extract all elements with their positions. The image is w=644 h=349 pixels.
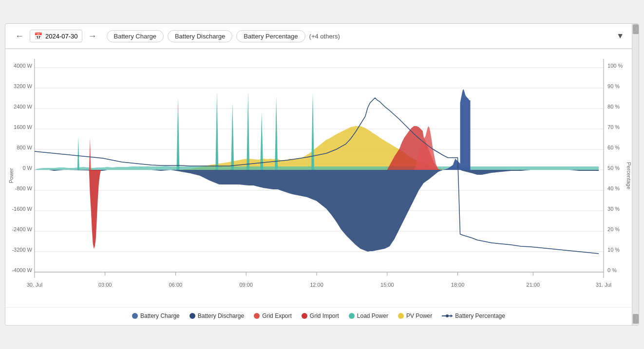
svg-text:4000 W: 4000 W — [14, 63, 32, 69]
svg-text:06:00: 06:00 — [169, 282, 182, 288]
svg-text:09:00: 09:00 — [239, 282, 252, 288]
legend-dot-battery-discharge — [189, 313, 195, 319]
svg-text:10 %: 10 % — [607, 247, 620, 253]
date-value: 2024-07-30 — [45, 33, 78, 40]
legend-dot-grid-export — [254, 313, 260, 319]
svg-text:70 %: 70 % — [607, 124, 620, 130]
svg-text:30. Jul: 30. Jul — [27, 282, 42, 288]
svg-text:-800 W: -800 W — [15, 185, 33, 191]
scrollbar-thumb-top[interactable] — [633, 24, 639, 34]
svg-text:800 W: 800 W — [17, 145, 32, 150]
svg-text:80 %: 80 % — [607, 104, 620, 110]
legend-label-grid-export: Grid Export — [262, 312, 292, 319]
svg-text:0 W: 0 W — [22, 165, 32, 171]
chart-container: 4000 W 3200 W 2400 W 1600 W 800 W 0 W -8… — [5, 49, 632, 325]
legend-battery-discharge: Battery Discharge — [189, 312, 244, 319]
legend-dot-grid-import — [302, 313, 307, 319]
legend-grid-import: Grid Import — [302, 312, 339, 319]
svg-text:50 %: 50 % — [607, 165, 620, 171]
scrollbar[interactable] — [632, 24, 639, 325]
legend-load-power: Load Power — [349, 312, 388, 319]
svg-text:30 %: 30 % — [607, 206, 620, 212]
tag-battery-discharge[interactable]: Battery Discharge — [168, 30, 232, 42]
chart-legend: Battery Charge Battery Discharge Grid Ex… — [5, 307, 632, 325]
legend-label-pv-power: PV Power — [406, 312, 432, 319]
legend-dot-load-power — [349, 313, 355, 319]
svg-text:2400 W: 2400 W — [14, 104, 32, 110]
legend-dot-pv-power — [398, 313, 404, 319]
others-button[interactable]: (+4 others) — [309, 33, 340, 40]
svg-text:-1600 W: -1600 W — [12, 206, 32, 212]
svg-text:1600 W: 1600 W — [14, 124, 32, 130]
legend-battery-charge: Battery Charge — [132, 312, 180, 319]
svg-text:3200 W: 3200 W — [14, 83, 32, 89]
svg-text:100 %: 100 % — [607, 63, 623, 69]
svg-text:-4000 W: -4000 W — [12, 267, 32, 273]
legend-battery-percentage: Battery Percentage — [442, 312, 505, 319]
svg-text:18:00: 18:00 — [451, 282, 464, 288]
svg-text:40 %: 40 % — [607, 185, 620, 191]
next-date-button[interactable]: → — [86, 30, 99, 42]
legend-label-grid-import: Grid Import — [310, 312, 339, 319]
svg-text:20 %: 20 % — [607, 226, 620, 232]
chart-svg-area: 4000 W 3200 W 2400 W 1600 W 800 W 0 W -8… — [5, 54, 632, 307]
tag-battery-percentage[interactable]: Battery Percentage — [236, 30, 305, 42]
date-picker[interactable]: 📅 2024-07-30 — [30, 30, 82, 42]
svg-text:12:00: 12:00 — [310, 282, 323, 288]
svg-text:21:00: 21:00 — [527, 282, 540, 288]
date-nav: ← 📅 2024-07-30 → — [13, 30, 99, 42]
svg-text:03:00: 03:00 — [98, 282, 112, 288]
svg-text:31. Jul: 31. Jul — [596, 282, 611, 288]
scrollbar-thumb-bottom[interactable] — [633, 314, 639, 324]
main-window: ← 📅 2024-07-30 → Battery Charge Battery … — [5, 23, 639, 326]
legend-label-battery-percentage: Battery Percentage — [455, 312, 505, 319]
legend-pv-power: PV Power — [398, 312, 432, 319]
legend-label-battery-charge: Battery Charge — [140, 312, 180, 319]
dropdown-icon[interactable]: ▼ — [616, 32, 624, 40]
legend-dot-battery-charge — [132, 313, 138, 319]
svg-text:Power: Power — [8, 168, 14, 184]
prev-date-button[interactable]: ← — [13, 30, 26, 42]
legend-label-battery-discharge: Battery Discharge — [198, 312, 244, 319]
legend-grid-export: Grid Export — [254, 312, 292, 319]
filter-tags-area: Battery Charge Battery Discharge Battery… — [107, 30, 609, 42]
svg-text:Percentage: Percentage — [626, 162, 632, 189]
svg-text:-3200 W: -3200 W — [12, 247, 32, 253]
svg-text:90 %: 90 % — [607, 83, 620, 89]
legend-label-load-power: Load Power — [357, 312, 388, 319]
svg-point-56 — [446, 314, 449, 317]
svg-text:15:00: 15:00 — [380, 282, 394, 288]
svg-text:-2400 W: -2400 W — [12, 226, 32, 232]
legend-line-battery-percentage — [442, 313, 453, 319]
chart-svg: 4000 W 3200 W 2400 W 1600 W 800 W 0 W -8… — [5, 54, 632, 307]
svg-marker-57 — [451, 314, 453, 317]
svg-text:0 %: 0 % — [607, 267, 617, 273]
calendar-icon: 📅 — [34, 32, 42, 40]
tag-battery-charge[interactable]: Battery Charge — [107, 30, 164, 42]
svg-text:60 %: 60 % — [607, 145, 620, 150]
header-bar: ← 📅 2024-07-30 → Battery Charge Battery … — [5, 24, 632, 49]
